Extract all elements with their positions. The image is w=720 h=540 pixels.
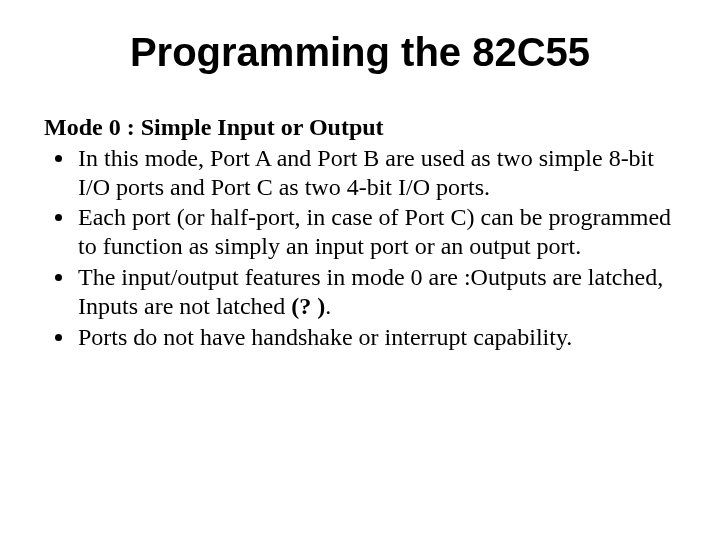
- list-item: Each port (or half-port, in case of Port…: [76, 203, 676, 261]
- bullet-text: The input/output features in mode 0 are …: [78, 264, 663, 319]
- list-item: Ports do not have handshake or interrupt…: [76, 323, 676, 352]
- bullet-list: In this mode, Port A and Port B are used…: [44, 144, 676, 352]
- slide: Programming the 82C55 Mode 0 : Simple In…: [0, 0, 720, 540]
- bullet-period: .: [325, 293, 331, 319]
- slide-title: Programming the 82C55: [44, 30, 676, 75]
- bullet-emphasis: (? ): [291, 293, 325, 319]
- mode-subheading: Mode 0 : Simple Input or Output: [44, 113, 676, 142]
- list-item: The input/output features in mode 0 are …: [76, 263, 676, 321]
- list-item: In this mode, Port A and Port B are used…: [76, 144, 676, 202]
